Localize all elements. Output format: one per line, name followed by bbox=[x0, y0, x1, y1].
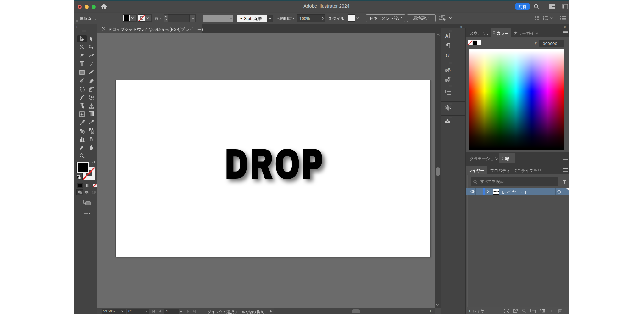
svg-text:O: O bbox=[446, 52, 449, 58]
svg-text:A: A bbox=[445, 33, 449, 39]
svg-text:A: A bbox=[447, 67, 451, 72]
